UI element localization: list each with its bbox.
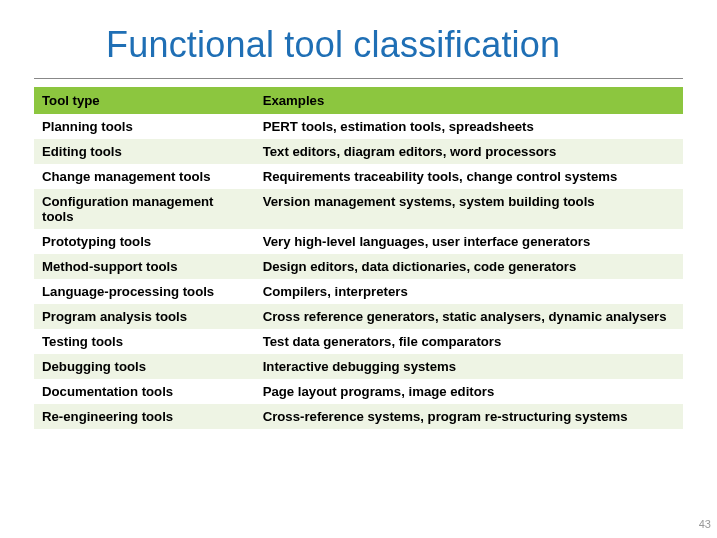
table-row: Prototyping toolsVery high-level languag… <box>34 229 683 254</box>
table-row: Program analysis toolsCross reference ge… <box>34 304 683 329</box>
cell-examples: Text editors, diagram editors, word proc… <box>255 139 683 164</box>
table-row: Editing toolsText editors, diagram edito… <box>34 139 683 164</box>
cell-tool-type: Re-engineering tools <box>34 404 255 429</box>
cell-tool-type: Testing tools <box>34 329 255 354</box>
cell-examples: Design editors, data dictionaries, code … <box>255 254 683 279</box>
table-row: Language-processing toolsCompilers, inte… <box>34 279 683 304</box>
table-row: Planning toolsPERT tools, estimation too… <box>34 114 683 139</box>
table-row: Re-engineering toolsCross-reference syst… <box>34 404 683 429</box>
page-title: Functional tool classification <box>34 24 683 66</box>
cell-tool-type: Prototyping tools <box>34 229 255 254</box>
cell-examples: Cross-reference systems, program re-stru… <box>255 404 683 429</box>
cell-tool-type: Method-support tools <box>34 254 255 279</box>
page-number: 43 <box>699 518 711 530</box>
slide: Functional tool classification Tool type… <box>0 0 717 538</box>
cell-tool-type: Language-processing tools <box>34 279 255 304</box>
cell-examples: Very high-level languages, user interfac… <box>255 229 683 254</box>
classification-table: Tool type Examples Planning toolsPERT to… <box>34 87 683 429</box>
cell-examples: Version management systems, system build… <box>255 189 683 229</box>
header-tool-type: Tool type <box>34 87 255 114</box>
cell-tool-type: Program analysis tools <box>34 304 255 329</box>
table-header-row: Tool type Examples <box>34 87 683 114</box>
cell-examples: Page layout programs, image editors <box>255 379 683 404</box>
header-examples: Examples <box>255 87 683 114</box>
cell-examples: PERT tools, estimation tools, spreadshee… <box>255 114 683 139</box>
cell-tool-type: Debugging tools <box>34 354 255 379</box>
cell-examples: Interactive debugging systems <box>255 354 683 379</box>
cell-tool-type: Configuration management tools <box>34 189 255 229</box>
cell-examples: Cross reference generators, static analy… <box>255 304 683 329</box>
table-row: Change management toolsRequirements trac… <box>34 164 683 189</box>
cell-tool-type: Planning tools <box>34 114 255 139</box>
table-row: Documentation toolsPage layout programs,… <box>34 379 683 404</box>
title-divider <box>34 78 683 79</box>
cell-tool-type: Editing tools <box>34 139 255 164</box>
cell-examples: Compilers, interpreters <box>255 279 683 304</box>
cell-examples: Requirements traceability tools, change … <box>255 164 683 189</box>
table-row: Method-support toolsDesign editors, data… <box>34 254 683 279</box>
cell-tool-type: Change management tools <box>34 164 255 189</box>
table-row: Configuration management toolsVersion ma… <box>34 189 683 229</box>
table-row: Debugging toolsInteractive debugging sys… <box>34 354 683 379</box>
cell-tool-type: Documentation tools <box>34 379 255 404</box>
cell-examples: Test data generators, file comparators <box>255 329 683 354</box>
table-row: Testing toolsTest data generators, file … <box>34 329 683 354</box>
